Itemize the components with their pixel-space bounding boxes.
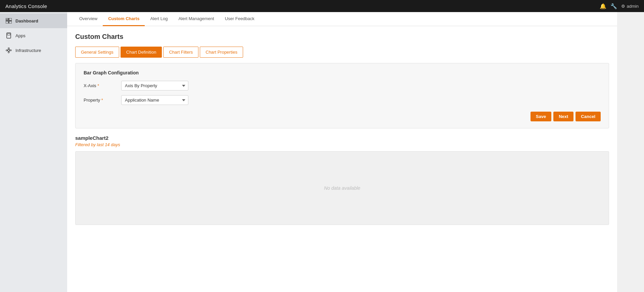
app-title: Analytics Console [5,3,47,9]
config-panel: Bar Graph Configuration X-Axis * Axis By… [75,63,609,128]
admin-label: admin [627,4,639,9]
tab-custom-charts[interactable]: Custom Charts [103,12,145,26]
sidebar: Dashboard Apps [0,12,67,292]
page-title: Custom Charts [75,33,609,41]
sub-tab-general-settings[interactable]: General Settings [75,47,119,58]
cancel-button[interactable]: Cancel [576,112,601,121]
property-row: Property * Application Name Version OS [84,95,601,105]
sub-tab-chart-definition[interactable]: Chart Definition [121,47,162,58]
sidebar-item-dashboard-label: Dashboard [15,18,38,23]
sidebar-item-dashboard[interactable]: Dashboard [0,13,67,28]
wrench-icon[interactable]: 🔧 [610,3,617,9]
x-axis-label: X-Axis * [84,83,117,88]
sidebar-item-infrastructure[interactable]: Infrastructure [0,43,67,58]
sub-tab-chart-filters[interactable]: Chart Filters [163,47,198,58]
tab-alert-log[interactable]: Alert Log [145,12,173,26]
chart-filter: Filtered by last 14 days [75,142,609,147]
save-button[interactable]: Save [531,112,551,121]
bell-icon[interactable]: 🔔 [600,3,606,9]
svg-rect-1 [9,18,12,20]
dashboard-icon [5,17,12,24]
x-axis-select[interactable]: Axis By Property Axis By Time [121,81,188,91]
gear-icon: ⚙ [621,4,625,9]
svg-rect-3 [9,21,12,23]
svg-rect-2 [6,21,8,23]
x-axis-row: X-Axis * Axis By Property Axis By Time [84,81,601,91]
page-content: Custom Charts General Settings Chart Def… [67,26,617,292]
tab-bar: Overview Custom Charts Alert Log Alert M… [67,12,617,26]
property-label: Property * [84,98,117,103]
no-data-label: No data available [324,185,360,191]
chart-area: No data available [75,151,609,225]
next-button[interactable]: Next [553,112,573,121]
property-select[interactable]: Application Name Version OS [121,95,188,105]
tab-user-feedback[interactable]: User Feedback [220,12,260,26]
svg-point-6 [8,49,10,51]
sidebar-item-apps-label: Apps [15,33,26,38]
admin-menu[interactable]: ⚙ admin [621,4,639,9]
topbar: Analytics Console 🔔 🔧 ⚙ admin [0,0,644,12]
svg-point-9 [8,48,9,49]
apps-icon [5,32,12,39]
right-panel [617,12,644,292]
sub-tab-chart-properties[interactable]: Chart Properties [200,47,243,58]
main-layout: Dashboard Apps [0,12,644,292]
sub-tabs: General Settings Chart Definition Chart … [75,47,609,58]
sidebar-item-apps[interactable]: Apps [0,28,67,43]
action-row: Save Next Cancel [84,112,601,121]
svg-rect-5 [7,34,10,35]
chart-name: sampleChart2 [75,135,609,141]
config-title: Bar Graph Configuration [84,70,601,75]
svg-point-10 [8,52,9,53]
svg-point-8 [10,50,11,51]
tab-overview[interactable]: Overview [74,12,103,26]
svg-point-7 [6,50,7,51]
content-area: Overview Custom Charts Alert Log Alert M… [67,12,617,292]
sidebar-item-infrastructure-label: Infrastructure [15,48,41,53]
topbar-right: 🔔 🔧 ⚙ admin [600,3,639,9]
infrastructure-icon [5,47,12,54]
tab-alert-management[interactable]: Alert Management [173,12,219,26]
